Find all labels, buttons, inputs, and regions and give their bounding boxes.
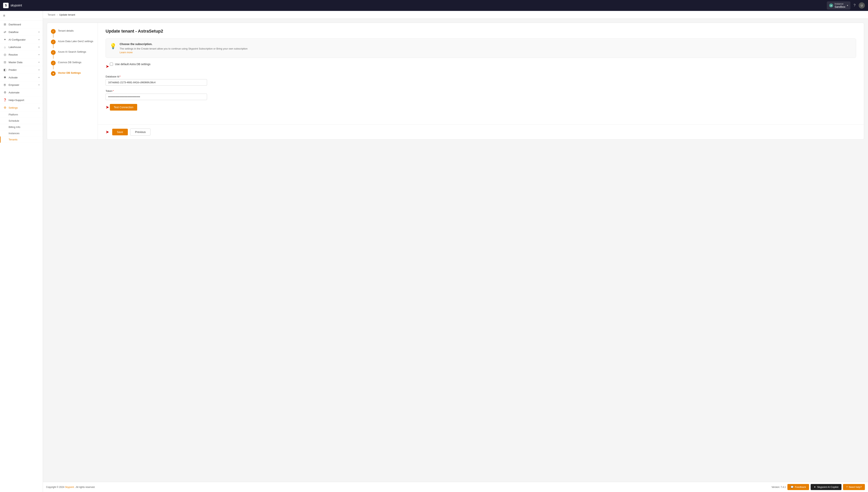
breadcrumb: Tenant › Update tenant bbox=[43, 11, 868, 19]
app-name: skypoint bbox=[10, 4, 22, 7]
checkbox-row: Use default Astra DB settings bbox=[110, 63, 150, 66]
step-label-cosmos-db: Cosmos DB Settings bbox=[58, 60, 81, 64]
step-circle-tenant-details: ✓ bbox=[51, 29, 55, 34]
wizard-title: Update tenant - AstraSetup2 bbox=[105, 29, 856, 34]
sidebar-sub-item-schedule[interactable]: Schedule bbox=[0, 118, 43, 124]
bottom-bar-right: Version: 7.4.1 💬 Feedback ✦ Skypoint AI … bbox=[772, 484, 865, 490]
sidebar-item-empower[interactable]: ⛨ Empower ▾ bbox=[0, 81, 43, 89]
predict-chevron-icon: ▾ bbox=[39, 69, 40, 71]
learn-more-link[interactable]: Learn more bbox=[120, 51, 133, 54]
sidebar-label-ai-configurator: AI Configurator bbox=[8, 38, 26, 41]
step-vector-db: ● Vector DB Settings bbox=[51, 71, 94, 76]
sidebar-item-activate[interactable]: ✺ Activate ▾ bbox=[0, 74, 43, 81]
test-connection-container: ➤ Test Connection bbox=[105, 104, 856, 110]
database-id-input[interactable] bbox=[105, 79, 207, 85]
save-arrow-indicator: ➤ bbox=[105, 129, 109, 134]
wizard-body: Update tenant - AstraSetup2 💡 Choose the… bbox=[98, 23, 864, 140]
main-layout: ≡ ⊞ Dashboard ⇄ Dataflow ▾ ✦ AI Configur… bbox=[0, 11, 868, 492]
database-id-field: Database Id* bbox=[105, 75, 856, 85]
skypoint-link[interactable]: Skypoint bbox=[65, 486, 74, 489]
sidebar-label-help-support: Help+Support bbox=[8, 99, 24, 102]
token-required-star: * bbox=[113, 90, 114, 93]
step-azure-ai-search: ✓ Azure AI Search Settings bbox=[51, 50, 94, 55]
dataflow-chevron-icon: ▾ bbox=[39, 31, 40, 33]
sidebar-label-lakehouse: Lakehouse bbox=[8, 46, 21, 49]
token-label: Token* bbox=[105, 90, 856, 93]
breadcrumb-parent[interactable]: Tenant bbox=[48, 13, 55, 16]
predict-icon: ◧ bbox=[3, 68, 7, 72]
sidebar-item-help-support[interactable]: ❓ Help+Support bbox=[0, 96, 43, 104]
header-left: S skypoint bbox=[3, 3, 22, 8]
wizard-main-content: Update tenant - AstraSetup2 💡 Choose the… bbox=[98, 23, 864, 124]
sidebar-label-master-data: Master Data bbox=[8, 61, 22, 64]
resolve-icon: ◎ bbox=[3, 53, 7, 56]
token-input[interactable] bbox=[105, 94, 207, 100]
info-box-title: Choose the subscription. bbox=[120, 43, 248, 46]
lightbulb-icon: 💡 bbox=[110, 43, 117, 49]
sidebar-label-settings: Settings bbox=[8, 106, 18, 109]
master-data-chevron-icon: ▾ bbox=[39, 61, 40, 64]
content-area: Tenant › Update tenant ✓ Tenant details … bbox=[43, 11, 868, 492]
sidebar-item-ai-configurator[interactable]: ✦ AI Configurator ▾ bbox=[0, 36, 43, 44]
sidebar-item-dataflow[interactable]: ⇄ Dataflow ▾ bbox=[0, 28, 43, 36]
step-azure-datalake: ✓ Azure Data Lake Gen2 settings bbox=[51, 39, 94, 44]
sidebar-label-activate: Activate bbox=[8, 76, 18, 79]
test-connection-arrow-indicator: ➤ bbox=[105, 105, 109, 110]
header-right: ☁ Instance Sandbox ▾ ? U bbox=[827, 1, 865, 9]
info-box: 💡 Choose the subscription. The settings … bbox=[105, 39, 856, 58]
settings-icon: ⚙ bbox=[3, 106, 7, 109]
checkbox-arrow-indicator: ➤ bbox=[105, 64, 109, 69]
empower-icon: ⛨ bbox=[3, 83, 7, 87]
step-label-tenant-details: Tenant details bbox=[58, 29, 74, 32]
instance-selector[interactable]: ☁ Instance Sandbox ▾ bbox=[827, 1, 850, 9]
sidebar-label-predict: Predict bbox=[8, 69, 16, 71]
sidebar-label-resolve: Resolve bbox=[8, 53, 18, 56]
default-astra-db-checkbox[interactable] bbox=[110, 63, 113, 66]
checkbox-label[interactable]: Use default Astra DB settings bbox=[115, 63, 150, 66]
info-box-description: The settings in the Create tenant allow … bbox=[120, 47, 248, 51]
token-field: Token* bbox=[105, 90, 856, 100]
sidebar-item-resolve[interactable]: ◎ Resolve ▾ bbox=[0, 51, 43, 58]
sidebar: ≡ ⊞ Dashboard ⇄ Dataflow ▾ ✦ AI Configur… bbox=[0, 11, 43, 492]
help-icon[interactable]: ? bbox=[853, 3, 855, 7]
sidebar-item-dashboard[interactable]: ⊞ Dashboard bbox=[0, 21, 43, 28]
instance-name: Sandbox bbox=[835, 5, 845, 8]
need-help-button[interactable]: ? Need help? bbox=[843, 484, 865, 490]
sidebar-sub-item-billing-info[interactable]: Billing Info bbox=[0, 124, 43, 130]
instance-chevron-down-icon: ▾ bbox=[847, 4, 848, 7]
sidebar-label-dashboard: Dashboard bbox=[8, 23, 21, 26]
copilot-button[interactable]: ✦ Skypoint AI Copilot bbox=[811, 484, 842, 490]
sidebar-item-settings[interactable]: ⚙ Settings ▴ bbox=[0, 104, 43, 112]
step-label-azure-datalake: Azure Data Lake Gen2 settings bbox=[58, 39, 93, 43]
wizard-footer: ➤ Save Previous bbox=[98, 124, 864, 140]
sidebar-sub-item-instances[interactable]: Instances bbox=[0, 130, 43, 137]
top-header: S skypoint ☁ Instance Sandbox ▾ ? U bbox=[0, 0, 868, 11]
save-button[interactable]: Save bbox=[112, 129, 128, 136]
sidebar-label-empower: Empower bbox=[8, 83, 19, 87]
step-cosmos-db: ✓ Cosmos DB Settings bbox=[51, 60, 94, 65]
feedback-button[interactable]: 💬 Feedback bbox=[788, 484, 809, 490]
sidebar-item-automate[interactable]: ⚙ Automate bbox=[0, 89, 43, 96]
sidebar-menu-toggle[interactable]: ≡ bbox=[0, 11, 43, 21]
sidebar-sub-item-platform[interactable]: Platform bbox=[0, 112, 43, 118]
ai-configurator-icon: ✦ bbox=[3, 38, 7, 41]
avatar[interactable]: U bbox=[859, 2, 865, 8]
instance-cloud-icon: ☁ bbox=[829, 3, 833, 7]
sidebar-item-master-data[interactable]: ⊟ Master Data ▾ bbox=[0, 58, 43, 66]
sidebar-item-predict[interactable]: ◧ Predict ▾ bbox=[0, 66, 43, 74]
instance-label: Instance bbox=[835, 3, 845, 5]
lakehouse-chevron-icon: ▾ bbox=[39, 46, 40, 48]
dataflow-icon: ⇄ bbox=[3, 30, 7, 34]
sidebar-item-lakehouse[interactable]: ⌂ Lakehouse ▾ bbox=[0, 44, 43, 51]
test-connection-button[interactable]: Test Connection bbox=[110, 104, 137, 110]
step-label-vector-db: Vector DB Settings bbox=[58, 71, 81, 74]
lakehouse-icon: ⌂ bbox=[3, 45, 7, 49]
copilot-icon: ✦ bbox=[814, 486, 816, 489]
database-id-label: Database Id* bbox=[105, 75, 856, 78]
previous-button[interactable]: Previous bbox=[130, 128, 150, 136]
copyright-text: Copyright © 2024 Skypoint . All rights r… bbox=[46, 486, 95, 489]
need-help-icon: ? bbox=[846, 486, 847, 489]
step-label-azure-ai-search: Azure AI Search Settings bbox=[58, 50, 86, 53]
sidebar-label-dataflow: Dataflow bbox=[8, 31, 19, 33]
sidebar-sub-item-tenants[interactable]: Tenants bbox=[0, 137, 43, 143]
